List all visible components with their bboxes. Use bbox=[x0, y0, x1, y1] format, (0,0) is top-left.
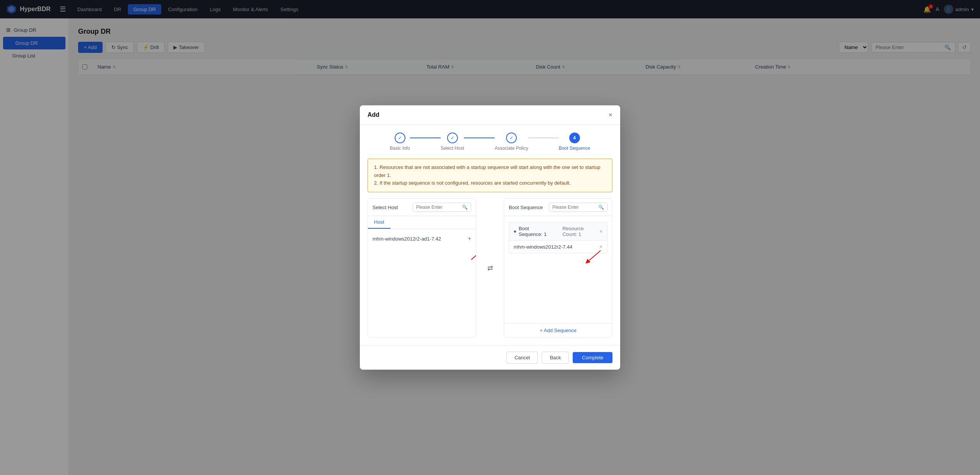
collapse-icon[interactable]: ▾ bbox=[514, 229, 516, 234]
resource-count-label: Resource Count: 1 bbox=[562, 226, 599, 237]
select-host-search-icon: 🔍 bbox=[459, 203, 471, 211]
boot-seq-remove-icon[interactable]: × bbox=[599, 228, 603, 234]
panel-tabs: Host bbox=[368, 216, 476, 229]
connector-1 bbox=[410, 138, 441, 138]
boot-entry-name: mhm-windows2012r2-7.44 bbox=[514, 244, 572, 250]
step-boot-sequence: 4 Boot Sequence bbox=[559, 133, 590, 151]
step-4-circle: 4 bbox=[569, 133, 580, 143]
tab-host[interactable]: Host bbox=[368, 216, 390, 229]
boot-seq-entry: mhm-windows2012r2-7.44 × bbox=[509, 241, 607, 253]
modal-footer: Cancel Back Complete bbox=[360, 345, 620, 370]
panel-content-left: mhm-windows2012r2-ad1-7.42 + bbox=[368, 229, 476, 337]
transfer-icon: ⇄ bbox=[487, 264, 493, 272]
modal-title: Add bbox=[368, 111, 379, 118]
modal-overlay: Add × Basic Info Select Host bbox=[0, 0, 980, 475]
modal-header: Add × bbox=[360, 105, 620, 125]
step-4-label: Boot Sequence bbox=[559, 146, 590, 151]
step-2-checkmark bbox=[451, 135, 454, 141]
step-1-checkmark bbox=[398, 135, 402, 141]
cancel-button[interactable]: Cancel bbox=[506, 352, 538, 364]
warning-line-2: 2. If the startup sequence is not config… bbox=[374, 179, 606, 187]
step-3-circle bbox=[506, 133, 517, 143]
select-host-title: Select Host bbox=[372, 205, 398, 210]
step-4-number: 4 bbox=[573, 135, 576, 141]
boot-seq-label: Boot Sequence: 1 bbox=[519, 226, 554, 237]
boot-sequence-search-icon: 🔍 bbox=[595, 203, 607, 211]
boot-sequence-search: 🔍 bbox=[549, 203, 608, 212]
modal-close-button[interactable]: × bbox=[608, 111, 612, 118]
warning-box: 1. Resources that are not associated wit… bbox=[368, 159, 612, 192]
host-name: mhm-windows2012r2-ad1-7.42 bbox=[372, 236, 441, 242]
select-host-panel: Select Host 🔍 Host mhm-windows2012r2-ad1… bbox=[368, 198, 476, 337]
add-sequence-button[interactable]: + Add Sequence bbox=[504, 323, 612, 337]
connector-3 bbox=[528, 138, 559, 138]
boot-sequence-title: Boot Sequence bbox=[509, 205, 543, 210]
warning-line-1: 1. Resources that are not associated wit… bbox=[374, 164, 606, 180]
boot-sequence-panel: Boot Sequence 🔍 ▾ Boot Seque bbox=[504, 198, 612, 337]
step-2-circle bbox=[447, 133, 458, 143]
modal-body: Select Host 🔍 Host mhm-windows2012r2-ad1… bbox=[360, 198, 620, 345]
panel-content-right: ▾ Boot Sequence: 1 Resource Count: 1 × m… bbox=[504, 216, 612, 323]
select-host-search-input[interactable] bbox=[413, 203, 459, 211]
boot-seq-group-header: ▾ Boot Sequence: 1 Resource Count: 1 × bbox=[509, 223, 607, 241]
panel-separator: ⇄ bbox=[482, 198, 498, 337]
boot-seq-group: ▾ Boot Sequence: 1 Resource Count: 1 × m… bbox=[509, 222, 608, 253]
boot-sequence-search-input[interactable] bbox=[549, 203, 595, 211]
step-2-label: Select Host bbox=[441, 146, 464, 151]
step-1-label: Basic Info bbox=[390, 146, 410, 151]
complete-button[interactable]: Complete bbox=[573, 352, 612, 363]
step-3-checkmark bbox=[510, 135, 513, 141]
boot-entry-remove-icon[interactable]: × bbox=[599, 244, 603, 250]
step-basic-info: Basic Info bbox=[390, 133, 410, 151]
svg-line-0 bbox=[471, 244, 476, 260]
select-host-search: 🔍 bbox=[413, 203, 471, 212]
select-host-panel-header: Select Host 🔍 bbox=[368, 199, 476, 216]
connector-2 bbox=[464, 138, 495, 138]
step-associate-policy: Associate Policy bbox=[495, 133, 528, 151]
back-button[interactable]: Back bbox=[542, 352, 569, 364]
step-select-host: Select Host bbox=[441, 133, 464, 151]
add-modal: Add × Basic Info Select Host bbox=[360, 105, 620, 370]
two-panels: Select Host 🔍 Host mhm-windows2012r2-ad1… bbox=[368, 198, 612, 337]
boot-sequence-panel-header: Boot Sequence 🔍 bbox=[504, 199, 612, 216]
host-add-icon[interactable]: + bbox=[468, 235, 471, 242]
stepper: Basic Info Select Host Associate Policy bbox=[360, 125, 620, 159]
step-1-circle bbox=[395, 133, 405, 143]
step-3-label: Associate Policy bbox=[495, 146, 528, 151]
host-list-item[interactable]: mhm-windows2012r2-ad1-7.42 + bbox=[368, 232, 476, 245]
boot-seq-group-title: ▾ Boot Sequence: 1 Resource Count: 1 bbox=[514, 226, 599, 237]
